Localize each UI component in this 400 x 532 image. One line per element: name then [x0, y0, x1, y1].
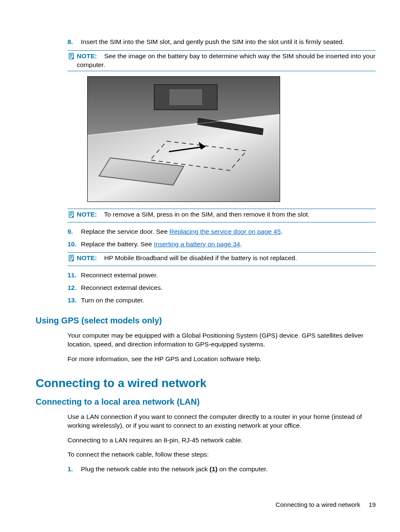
step-text: Replace the battery. See Inserting a bat… [81, 240, 376, 249]
svg-rect-2 [169, 89, 203, 106]
step-number: 8. [68, 38, 81, 46]
step-text: Replace the service door. See Replacing … [81, 227, 376, 236]
step-text: Insert the SIM into the SIM slot, and ge… [81, 38, 376, 46]
note-label: NOTE: [77, 211, 97, 218]
note-label: NOTE: [77, 254, 97, 261]
note-icon [68, 254, 77, 264]
step-10: 10. Replace the battery. See Inserting a… [68, 240, 376, 249]
step-number: 12. [68, 284, 81, 292]
note-text: To remove a SIM, press in on the SIM, an… [104, 211, 309, 218]
step-8: 8. Insert the SIM into the SIM slot, and… [68, 38, 376, 46]
para-gps-1: Your computer may be equipped with a Glo… [68, 331, 376, 349]
step-post: on the computer. [218, 465, 268, 473]
link-battery[interactable]: Inserting a battery on page 34 [154, 240, 240, 248]
step-number: 9. [68, 227, 81, 236]
note-text: See the image on the battery bay to dete… [77, 52, 376, 68]
note-text: HP Mobile Broadband will be disabled if … [104, 254, 297, 261]
step-pre: Replace the service door. See [81, 228, 169, 235]
link-service-door[interactable]: Replacing the service door on page 45 [169, 228, 281, 235]
note-label: NOTE: [77, 52, 97, 59]
page-footer: Connecting to a wired network 19 [275, 501, 376, 509]
step-text: Plug the network cable into the network … [81, 465, 376, 474]
step-9: 9. Replace the service door. See Replaci… [68, 227, 376, 236]
step-post: . [240, 240, 242, 248]
step-text: Reconnect external devices. [81, 284, 376, 292]
heading-lan: Connecting to a local area network (LAN) [36, 396, 376, 408]
step-post: . [281, 228, 283, 235]
note-box-2: NOTE: To remove a SIM, press in on the S… [68, 209, 376, 222]
step-bold: (1) [210, 465, 218, 473]
para-lan-2: Connecting to a LAN requires an 8-pin, R… [68, 436, 376, 445]
para-lan-3: To connect the network cable, follow the… [68, 450, 376, 459]
note-icon [68, 52, 77, 62]
note-content: NOTE: HP Mobile Broadband will be disabl… [77, 254, 376, 263]
note-icon [68, 211, 77, 221]
step-number: 11. [68, 271, 81, 280]
step-12: 12. Reconnect external devices. [68, 284, 376, 292]
step-number: 1. [68, 465, 81, 474]
step-11: 11. Reconnect external power. [68, 271, 376, 280]
step-pre: Plug the network cable into the network … [81, 465, 210, 473]
note-content: NOTE: To remove a SIM, press in on the S… [77, 210, 376, 219]
note-content: NOTE: See the image on the battery bay t… [77, 52, 376, 70]
step-pre: Replace the battery. See [81, 240, 154, 248]
page-number: 19 [369, 501, 376, 508]
step-text: Turn on the computer. [81, 296, 376, 305]
heading-wired: Connecting to a wired network [36, 375, 376, 391]
para-gps-2: For more information, see the HP GPS and… [68, 355, 376, 364]
para-lan-1: Use a LAN connection if you want to conn… [68, 413, 376, 430]
step-text: Reconnect external power. [81, 271, 376, 280]
step-number: 13. [68, 296, 81, 305]
sim-slot-illustration [87, 76, 376, 204]
lan-step-1: 1. Plug the network cable into the netwo… [68, 465, 376, 474]
note-box-1: NOTE: See the image on the battery bay t… [68, 50, 376, 71]
step-number: 10. [68, 240, 81, 249]
note-box-3: NOTE: HP Mobile Broadband will be disabl… [68, 252, 376, 266]
heading-gps: Using GPS (select models only) [36, 315, 376, 326]
step-13: 13. Turn on the computer. [68, 296, 376, 305]
footer-label: Connecting to a wired network [275, 501, 360, 508]
